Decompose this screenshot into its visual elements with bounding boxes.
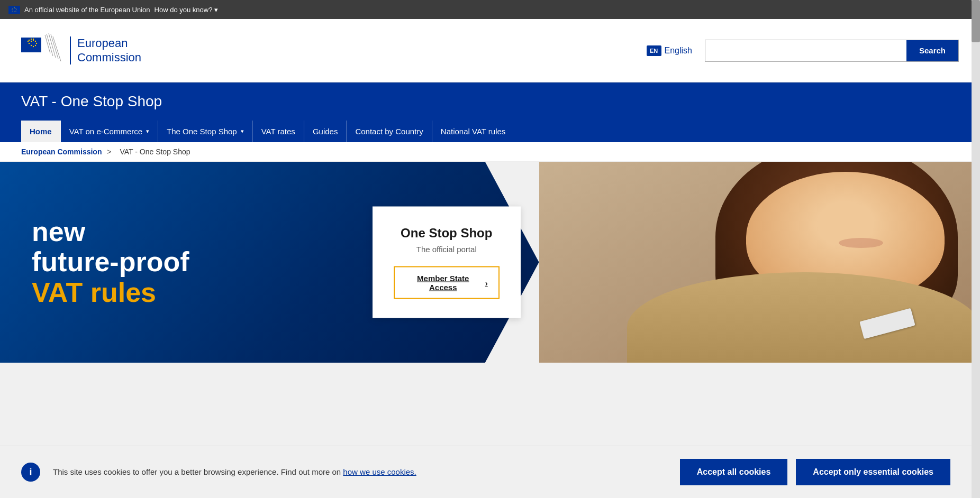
how-do-you-know-link[interactable]: How do you know? ▾: [155, 6, 219, 14]
svg-point-20: [29, 39, 30, 40]
svg-point-17: [31, 44, 32, 45]
svg-point-6: [14, 11, 14, 12]
hero-card-subtitle: The official portal: [394, 245, 500, 254]
hero-card: One Stop Shop The official portal Member…: [373, 207, 521, 318]
search-bar: Search: [705, 40, 959, 62]
svg-point-14: [36, 42, 37, 43]
top-bar: An official website of the European Unio…: [0, 0, 980, 19]
logo-text: European Commission: [70, 36, 141, 64]
svg-point-16: [33, 45, 34, 47]
page-header: European Commission EN English Search: [0, 19, 980, 82]
logo-area[interactable]: European Commission: [21, 32, 141, 69]
nav-link-contact[interactable]: Contact by Country: [347, 121, 432, 142]
hero-text: new future-proof VAT rules: [32, 217, 189, 308]
ec-logo-icon: [21, 32, 63, 69]
official-text: An official website of the European Unio…: [24, 6, 150, 14]
member-state-arrow-icon: ›: [485, 278, 488, 287]
svg-point-4: [12, 9, 12, 10]
accept-essential-cookies-button[interactable]: Accept only essential cookies: [796, 459, 950, 485]
svg-point-22: [33, 38, 34, 39]
hero-section: new future-proof VAT rules › One Stop Sh…: [0, 162, 980, 363]
svg-point-5: [12, 11, 13, 11]
nav-item-contact[interactable]: Contact by Country: [347, 121, 432, 142]
svg-point-7: [15, 11, 16, 11]
cookie-info-icon: i: [21, 463, 40, 482]
svg-line-27: [53, 36, 61, 61]
eu-flag-small-icon: [8, 6, 20, 14]
language-label: English: [665, 46, 692, 56]
chevron-down-icon: ▾: [241, 128, 244, 135]
hero-line2: future-proof: [32, 247, 189, 277]
hero-card-title: One Stop Shop: [394, 226, 500, 241]
svg-line-26: [51, 34, 58, 59]
cookie-text: This site uses cookies to offer you a be…: [53, 466, 667, 478]
nav-link-vat-rates[interactable]: VAT rates: [253, 121, 304, 142]
hero-photo: [539, 162, 980, 363]
cookie-buttons: Accept all cookies Accept only essential…: [680, 459, 950, 485]
nav-item-oss[interactable]: The One Stop Shop ▾: [158, 121, 253, 142]
svg-point-3: [12, 8, 13, 8]
nav-link-oss[interactable]: The One Stop Shop ▾: [158, 121, 253, 142]
hero-photo-bg: [539, 162, 980, 363]
language-flag-icon: EN: [647, 45, 661, 56]
svg-point-21: [31, 38, 32, 39]
site-title: VAT - One Stop Shop: [21, 93, 959, 121]
breadcrumb-separator: >: [107, 147, 111, 156]
site-header: VAT - One Stop Shop Home VAT on e-Commer…: [0, 82, 980, 142]
search-input[interactable]: [705, 40, 906, 61]
header-right: EN English Search: [647, 40, 959, 62]
svg-point-8: [16, 9, 16, 10]
nav-item-vat-rates[interactable]: VAT rates: [253, 121, 304, 142]
svg-point-13: [35, 40, 36, 41]
nav-link-guides[interactable]: Guides: [304, 121, 347, 142]
svg-point-15: [35, 44, 36, 45]
breadcrumb-home-link[interactable]: European Commission: [21, 147, 102, 156]
breadcrumb-current: VAT - One Stop Shop: [120, 147, 190, 156]
main-nav: Home VAT on e-Commerce ▾ The One Stop Sh…: [21, 121, 959, 142]
member-state-access-button[interactable]: Member State Access ›: [394, 266, 500, 299]
svg-point-11: [31, 40, 32, 41]
nav-item-guides[interactable]: Guides: [304, 121, 347, 142]
svg-point-2: [14, 7, 14, 8]
cookie-banner: i This site uses cookies to offer you a …: [0, 446, 972, 498]
nav-item-national[interactable]: National VAT rules: [432, 121, 514, 142]
svg-point-18: [29, 42, 30, 43]
nav-link-ecommerce[interactable]: VAT on e-Commerce ▾: [61, 121, 158, 142]
hero-line1: new: [32, 217, 189, 247]
accept-all-cookies-button[interactable]: Accept all cookies: [680, 459, 788, 485]
chevron-down-icon: ▾: [146, 128, 149, 135]
search-button[interactable]: Search: [906, 40, 958, 61]
svg-point-9: [15, 8, 16, 8]
nav-link-home[interactable]: Home: [21, 121, 61, 142]
nav-link-national[interactable]: National VAT rules: [432, 121, 514, 142]
hero-line3: VAT rules: [32, 278, 189, 308]
breadcrumb: European Commission > VAT - One Stop Sho…: [0, 142, 980, 162]
svg-point-19: [28, 40, 29, 41]
language-selector[interactable]: EN English: [647, 45, 692, 56]
nav-item-home[interactable]: Home: [21, 121, 61, 142]
nav-item-ecommerce[interactable]: VAT on e-Commerce ▾: [61, 121, 158, 142]
cookie-how-link[interactable]: how we use cookies.: [343, 467, 416, 476]
